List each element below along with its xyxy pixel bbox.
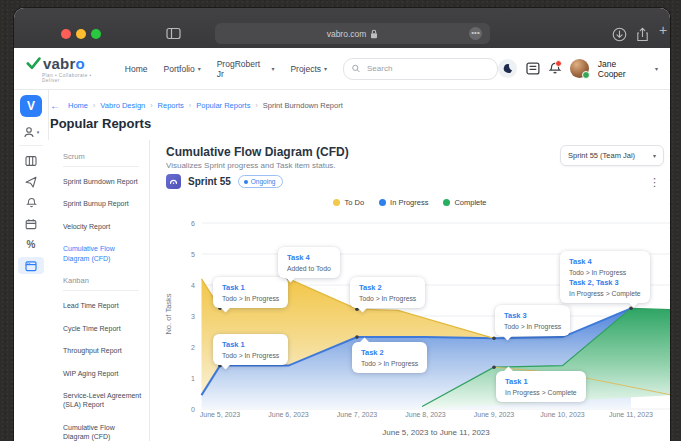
logo-check-icon xyxy=(26,57,41,70)
journal-icon[interactable] xyxy=(526,62,540,75)
breadcrumb-back-icon[interactable]: ← xyxy=(50,100,60,111)
alerts-icon[interactable] xyxy=(18,194,44,211)
sidebar-item-sprint-burnup-report[interactable]: Sprint Burnup Report xyxy=(63,199,143,208)
y-tick-label: 6 xyxy=(191,220,195,227)
data-marker xyxy=(218,364,222,368)
y-tick-label: 5 xyxy=(191,251,195,258)
data-marker xyxy=(287,277,291,281)
user-name: Jane Cooper xyxy=(598,59,646,79)
reports-icon[interactable] xyxy=(18,257,44,274)
x-tick-label: June 10, 2023 xyxy=(540,411,584,418)
logo-tagline: Plan • Collaborate • Deliver xyxy=(42,73,111,83)
workspace-tile[interactable]: V xyxy=(20,95,42,117)
sidebar-section-scrum: Scrum xyxy=(63,152,139,167)
close-window-button[interactable] xyxy=(61,29,71,39)
notification-badge xyxy=(555,60,562,67)
logo-text: vabro xyxy=(43,55,85,72)
cfd-chart: 0123456June 5, 2023June 6, 2023June 7, 2… xyxy=(150,196,670,441)
download-icon[interactable] xyxy=(612,27,627,42)
sidebar-item-service-level-agreement-sla-report[interactable]: Service-Level Agreement (SLA) Report xyxy=(63,391,143,410)
breadcrumb: ← Home›Vabro Design›Reports›Popular Repo… xyxy=(50,100,343,111)
chart-caption: June 5, 2023 to June 11, 2023 xyxy=(382,428,490,437)
breadcrumb-separator: › xyxy=(93,102,95,109)
sidebar-item-wip-aging-report[interactable]: WIP Aging Report xyxy=(63,369,143,378)
sidebar-item-sprint-burndown-report[interactable]: Sprint Burndown Report xyxy=(63,177,143,186)
y-tick-label: 1 xyxy=(191,375,195,382)
new-tab-icon[interactable]: + xyxy=(659,22,667,38)
report-panel: Cumulative Flow Diagram (CFD) Visualizes… xyxy=(150,140,670,441)
moon-icon xyxy=(502,63,513,74)
x-tick-label: June 6, 2023 xyxy=(268,411,309,418)
reader-icon[interactable]: ••• xyxy=(469,27,482,40)
y-tick-label: 4 xyxy=(191,282,195,289)
calendar-icon[interactable] xyxy=(18,215,44,232)
desktop-background: vabro.com ••• + xyxy=(0,0,681,441)
rail-divider xyxy=(19,145,43,146)
y-axis-title: No. of Tasks xyxy=(164,293,173,334)
kebab-menu-icon[interactable]: ⋮ xyxy=(649,176,660,189)
report-nav: ScrumSprint Burndown ReportSprint Burnup… xyxy=(48,140,150,441)
rail-user-menu[interactable]: ▾ xyxy=(23,126,40,138)
chevron-down-icon: ▾ xyxy=(198,65,201,72)
breadcrumb-separator: › xyxy=(189,102,191,109)
nav-item-progrobert-jr[interactable]: ProgRobert Jr▾ xyxy=(217,59,275,79)
nav-item-portfolio[interactable]: Portfolio▾ xyxy=(163,64,200,74)
report-subtitle: Visualizes Sprint progress and Task item… xyxy=(166,161,336,170)
url-text: vabro.com xyxy=(327,29,367,39)
address-bar[interactable]: vabro.com ••• xyxy=(215,23,490,44)
sidebar-toggle-icon[interactable] xyxy=(166,27,181,40)
data-marker xyxy=(355,307,359,311)
browser-titlebar: vabro.com ••• + xyxy=(14,8,670,48)
zoom-window-button[interactable] xyxy=(91,29,101,39)
x-tick-label: June 7, 2023 xyxy=(337,411,378,418)
sprint-selector[interactable]: Sprint 55 (Team Jai) ▾ xyxy=(560,145,664,166)
breadcrumb-item-reports[interactable]: Reports xyxy=(158,101,184,110)
sidebar-item-cycle-time-report[interactable]: Cycle Time Report xyxy=(63,324,143,333)
chevron-down-icon: ▾ xyxy=(653,152,656,159)
user-icon xyxy=(23,126,35,138)
sidebar-item-lead-time-report[interactable]: Lead Time Report xyxy=(63,301,143,310)
sprint-row: Sprint 55 Ongoing xyxy=(166,174,283,189)
breadcrumb-item-home[interactable]: Home xyxy=(68,101,88,110)
breadcrumb-separator: › xyxy=(150,102,152,109)
share-icon[interactable] xyxy=(636,27,649,42)
breadcrumb-item-popular-reports[interactable]: Popular Reports xyxy=(196,101,250,110)
status-dot xyxy=(244,180,248,184)
lock-icon xyxy=(370,29,378,39)
minimize-window-button[interactable] xyxy=(76,29,86,39)
vabro-logo[interactable]: vabro Plan • Collaborate • Deliver xyxy=(26,55,111,83)
status-label: Ongoing xyxy=(251,178,276,185)
notifications-button[interactable] xyxy=(549,62,561,75)
launch-icon[interactable] xyxy=(18,173,44,190)
data-marker xyxy=(629,307,633,311)
chevron-down-icon[interactable]: ▾ xyxy=(655,65,658,72)
boards-icon[interactable] xyxy=(18,152,44,169)
sidebar-item-cumulative-flow-diagram-cfd[interactable]: Cumulative Flow Diagram (CFD) xyxy=(63,423,143,441)
sidebar-item-throughput-report[interactable]: Throughput Report xyxy=(63,346,143,355)
breadcrumb-item-vabro-design[interactable]: Vabro Design xyxy=(100,101,145,110)
nav-item-label: Projects xyxy=(290,64,321,74)
sprint-selector-value: Sprint 55 (Team Jai) xyxy=(568,151,635,160)
chevron-down-icon: ▾ xyxy=(324,65,327,72)
data-marker xyxy=(492,337,496,341)
y-tick-label: 0 xyxy=(191,406,195,413)
app-topnav: vabro Plan • Collaborate • Deliver HomeP… xyxy=(14,48,670,90)
sidebar-item-velocity-report[interactable]: Velocity Report xyxy=(63,222,143,231)
x-tick-label: June 8, 2023 xyxy=(405,411,446,418)
search-input[interactable] xyxy=(365,63,489,74)
nav-item-label: Home xyxy=(125,64,148,74)
sidebar-item-cumulative-flow-diagram-cfd[interactable]: Cumulative Flow Diagram (CFD) xyxy=(63,244,143,263)
nav-item-projects[interactable]: Projects▾ xyxy=(290,64,327,74)
avatar[interactable] xyxy=(570,59,589,78)
y-tick-label: 3 xyxy=(191,313,195,320)
metrics-icon[interactable]: % xyxy=(18,236,44,253)
chevron-down-icon: ▾ xyxy=(37,129,40,135)
nav-item-home[interactable]: Home xyxy=(125,64,148,74)
data-marker xyxy=(492,365,496,369)
dark-mode-toggle[interactable] xyxy=(498,59,517,78)
global-search[interactable] xyxy=(343,58,498,80)
data-marker xyxy=(218,307,222,311)
nav-item-label: Portfolio xyxy=(163,64,194,74)
topnav-right: Jane Cooper ▾ xyxy=(498,59,658,79)
online-status-dot xyxy=(582,71,590,79)
